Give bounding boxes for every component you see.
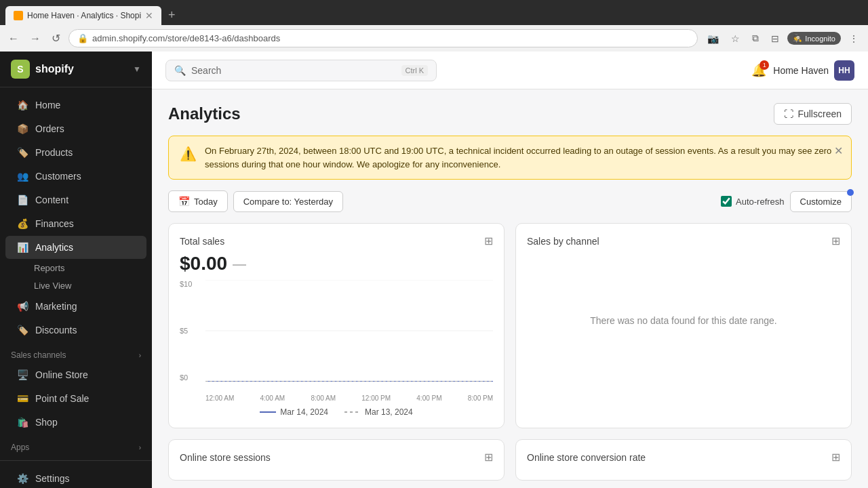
page-title: Analytics xyxy=(168,104,241,123)
total-sales-expand-button[interactable]: ⊞ xyxy=(484,235,493,247)
customize-notification-dot xyxy=(847,189,854,196)
fullscreen-label: Fullscreen xyxy=(797,108,842,119)
browser-actions: 📷 ☆ ⧉ ⊟ 🕵 Incognito ⋮ xyxy=(703,30,863,47)
online-store-conversion-expand-button[interactable]: ⊞ xyxy=(831,451,840,464)
lock-icon: 🔒 xyxy=(77,33,88,43)
sidebar-item-home[interactable]: 🏠 Home xyxy=(5,94,146,117)
fullscreen-button[interactable]: ⛶ Fullscreen xyxy=(774,103,852,125)
warning-icon: ⚠️ xyxy=(180,146,197,162)
sidebar-item-marketing[interactable]: 📢 Marketing xyxy=(5,295,146,318)
total-sales-chart: $10 $5 $0 xyxy=(180,280,493,402)
auto-refresh-control: Auto-refresh xyxy=(721,196,785,207)
pos-icon: 💳 xyxy=(16,392,28,405)
x-label-4: 4:00 PM xyxy=(416,394,441,402)
total-sales-amount: $0.00 xyxy=(180,253,227,274)
settings-icon: ⚙️ xyxy=(16,472,28,485)
orders-icon: 📦 xyxy=(16,123,28,135)
store-avatar: HH xyxy=(834,60,854,81)
online-store-sessions-header: Online store sessions ⊞ xyxy=(180,451,493,464)
alert-close-button[interactable]: ✕ xyxy=(834,144,843,157)
chart-legend: Mar 14, 2024 Mar 13, 2024 xyxy=(180,407,493,417)
tab-close-button[interactable]: ✕ xyxy=(145,10,153,21)
split-button[interactable]: ⊟ xyxy=(767,30,783,47)
y-label-10: $10 xyxy=(180,280,203,288)
sidebar-item-label: Products xyxy=(35,147,73,158)
sidebar-sub-item-live-view[interactable]: Live View xyxy=(28,277,146,294)
bookmark-button[interactable]: ☆ xyxy=(727,30,744,47)
x-label-2: 8:00 AM xyxy=(311,394,336,402)
extensions-button[interactable]: ⧉ xyxy=(748,30,763,47)
customize-button[interactable]: Customize xyxy=(790,191,852,212)
sidebar-item-label: Shop xyxy=(35,417,58,428)
total-sales-card-header: Total sales ⊞ xyxy=(180,235,493,247)
sidebar: S shopify ▼ 🏠 Home 📦 Orders 🏷️ Products xyxy=(0,52,152,488)
dashboard-grid: Total sales ⊞ $0.00 — $10 $5 $0 xyxy=(168,223,852,481)
camera-off-icon[interactable]: 📷 xyxy=(703,30,723,47)
total-sales-comparison: — xyxy=(233,256,246,272)
top-bar-actions: 🔔 1 Home Haven HH xyxy=(751,60,854,81)
sidebar-nav: 🏠 Home 📦 Orders 🏷️ Products 👥 Customers … xyxy=(0,87,152,460)
sidebar-item-label: Orders xyxy=(35,123,64,134)
auto-refresh-checkbox[interactable] xyxy=(721,196,732,207)
notification-badge: 1 xyxy=(760,60,769,70)
apps-section-title: Apps › xyxy=(0,434,152,455)
browser-chrome: Home Haven · Analytics · Shopi ✕ + xyxy=(0,0,868,25)
date-filter-button[interactable]: 📅 Today xyxy=(168,190,228,212)
customers-icon: 👥 xyxy=(16,170,28,182)
back-button[interactable]: ← xyxy=(5,30,22,47)
analytics-icon: 📊 xyxy=(16,241,28,253)
store-switcher-chevron[interactable]: ▼ xyxy=(133,64,141,74)
tab-favicon xyxy=(14,11,23,20)
total-sales-title: Total sales xyxy=(180,236,224,247)
sidebar-item-settings[interactable]: ⚙️ Settings xyxy=(5,467,146,488)
sidebar-item-orders[interactable]: 📦 Orders xyxy=(5,117,146,140)
chart-plot-area xyxy=(205,280,493,382)
active-tab[interactable]: Home Haven · Analytics · Shopi ✕ xyxy=(5,6,161,25)
legend-item-today: Mar 14, 2024 xyxy=(260,407,328,417)
sales-channels-label: Sales channels xyxy=(11,350,66,360)
legend-line-solid xyxy=(260,411,276,413)
y-label-0: $0 xyxy=(180,373,203,382)
sidebar-sub-item-reports[interactable]: Reports xyxy=(28,260,146,277)
filter-bar: 📅 Today Compare to: Yesterday Auto-refre… xyxy=(168,190,852,212)
sidebar-item-content[interactable]: 📄 Content xyxy=(5,188,146,211)
refresh-button[interactable]: ↺ xyxy=(49,29,63,47)
online-store-sessions-expand-button[interactable]: ⊞ xyxy=(484,451,493,464)
sales-by-channel-expand-button[interactable]: ⊞ xyxy=(831,235,840,247)
address-bar[interactable]: 🔒 admin.shopify.com/store/de8143-a6/dash… xyxy=(68,29,698,47)
x-label-1: 4:00 AM xyxy=(260,394,285,402)
shopify-logo: S shopify xyxy=(11,60,74,79)
compare-filter-button[interactable]: Compare to: Yesterday xyxy=(233,191,343,212)
content-icon: 📄 xyxy=(16,194,28,206)
apps-chevron[interactable]: › xyxy=(139,444,141,451)
total-sales-card: Total sales ⊞ $0.00 — $10 $5 $0 xyxy=(168,223,505,428)
store-name: Home Haven xyxy=(773,65,829,76)
sidebar-item-label: Marketing xyxy=(35,301,77,312)
notifications-button[interactable]: 🔔 1 xyxy=(751,63,766,78)
x-label-0: 12:00 AM xyxy=(205,394,234,402)
sidebar-item-label: Discounts xyxy=(35,325,77,336)
online-store-sessions-title: Online store sessions xyxy=(180,452,271,463)
menu-button[interactable]: ⋮ xyxy=(845,30,863,47)
sidebar-item-online-store[interactable]: 🖥️ Online Store xyxy=(5,363,146,386)
sidebar-item-label: Online Store xyxy=(35,369,88,380)
new-tab-button[interactable]: + xyxy=(163,5,181,25)
sidebar-item-products[interactable]: 🏷️ Products xyxy=(5,141,146,164)
online-store-sessions-card: Online store sessions ⊞ xyxy=(168,439,505,481)
search-bar[interactable]: 🔍 Search Ctrl K xyxy=(165,60,437,81)
sidebar-header: S shopify ▼ xyxy=(0,52,152,87)
tab-title: Home Haven · Analytics · Shopi xyxy=(27,11,141,20)
sales-channels-section-title: Sales channels › xyxy=(0,342,152,363)
sidebar-item-shop[interactable]: 🛍️ Shop xyxy=(5,411,146,434)
sidebar-item-customers[interactable]: 👥 Customers xyxy=(5,165,146,188)
sidebar-item-finances[interactable]: 💰 Finances xyxy=(5,212,146,235)
calendar-icon: 📅 xyxy=(178,196,190,207)
chart-y-axis: $10 $5 $0 xyxy=(180,280,203,382)
online-store-conversion-card: Online store conversion rate ⊞ xyxy=(515,439,852,481)
sidebar-item-analytics[interactable]: 📊 Analytics xyxy=(5,236,146,259)
sidebar-item-pos[interactable]: 💳 Point of Sale xyxy=(5,387,146,410)
sidebar-item-discounts[interactable]: 🏷️ Discounts xyxy=(5,319,146,342)
store-switcher-button[interactable]: Home Haven HH xyxy=(773,60,854,81)
sales-channels-chevron[interactable]: › xyxy=(139,352,141,359)
forward-button[interactable]: → xyxy=(27,30,43,47)
